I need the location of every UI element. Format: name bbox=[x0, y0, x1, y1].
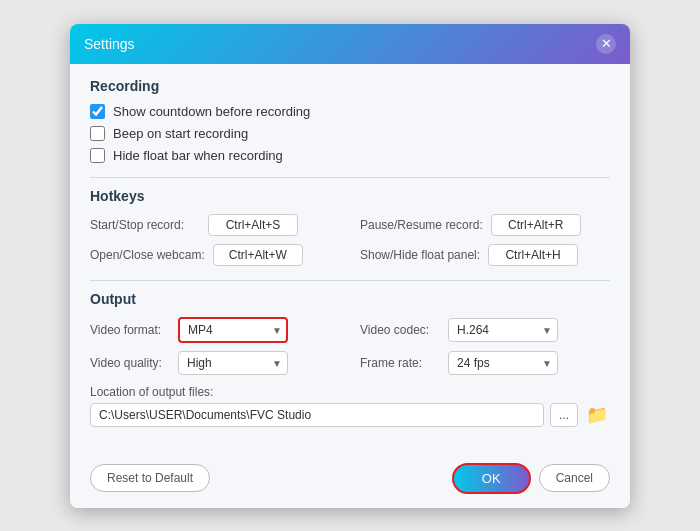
dialog-title: Settings bbox=[84, 36, 135, 52]
location-label: Location of output files: bbox=[90, 385, 610, 399]
ok-button[interactable]: OK bbox=[452, 463, 531, 494]
location-input[interactable] bbox=[90, 403, 544, 427]
title-bar: Settings ✕ bbox=[70, 24, 630, 64]
checkbox-row-3: Hide float bar when recording bbox=[90, 148, 610, 163]
video-quality-label: Video quality: bbox=[90, 356, 170, 370]
settings-content: Recording Show countdown before recordin… bbox=[70, 64, 630, 453]
reset-to-default-button[interactable]: Reset to Default bbox=[90, 464, 210, 492]
video-codec-row: Video codec: H.264 H.265 ▼ bbox=[360, 317, 610, 343]
recording-section-title: Recording bbox=[90, 78, 610, 94]
divider-2 bbox=[90, 280, 610, 281]
hotkey-row-open-close-webcam: Open/Close webcam: bbox=[90, 244, 340, 266]
video-codec-wrapper: H.264 H.265 ▼ bbox=[448, 318, 558, 342]
hotkey-row-show-hide-float: Show/Hide float panel: bbox=[360, 244, 610, 266]
video-quality-wrapper: High Medium Low ▼ bbox=[178, 351, 288, 375]
hide-float-bar-checkbox[interactable] bbox=[90, 148, 105, 163]
beep-on-start-label: Beep on start recording bbox=[113, 126, 248, 141]
location-row: Location of output files: ... 📁 bbox=[90, 385, 610, 427]
start-stop-label: Start/Stop record: bbox=[90, 218, 200, 232]
hotkeys-grid: Start/Stop record: Pause/Resume record: … bbox=[90, 214, 610, 266]
video-quality-select[interactable]: High Medium Low bbox=[178, 351, 288, 375]
frame-rate-row: Frame rate: 24 fps 30 fps 60 fps ▼ bbox=[360, 351, 610, 375]
open-close-webcam-label: Open/Close webcam: bbox=[90, 248, 205, 262]
pause-resume-label: Pause/Resume record: bbox=[360, 218, 483, 232]
dots-button[interactable]: ... bbox=[550, 403, 578, 427]
start-stop-input[interactable] bbox=[208, 214, 298, 236]
hide-float-bar-label: Hide float bar when recording bbox=[113, 148, 283, 163]
video-format-label: Video format: bbox=[90, 323, 170, 337]
hotkey-row-pause-resume: Pause/Resume record: bbox=[360, 214, 610, 236]
video-codec-select[interactable]: H.264 H.265 bbox=[448, 318, 558, 342]
hotkeys-section-title: Hotkeys bbox=[90, 188, 610, 204]
output-section-title: Output bbox=[90, 291, 610, 307]
hotkeys-section: Hotkeys Start/Stop record: Pause/Resume … bbox=[90, 188, 610, 266]
beep-on-start-checkbox[interactable] bbox=[90, 126, 105, 141]
divider-1 bbox=[90, 177, 610, 178]
folder-button[interactable]: 📁 bbox=[584, 404, 610, 426]
footer-right: OK Cancel bbox=[452, 463, 610, 494]
output-section: Output Video format: MP4 AVI MOV WMV ▼ bbox=[90, 291, 610, 427]
show-countdown-checkbox[interactable] bbox=[90, 104, 105, 119]
show-hide-float-label: Show/Hide float panel: bbox=[360, 248, 480, 262]
settings-dialog: Settings ✕ Recording Show countdown befo… bbox=[70, 24, 630, 508]
hotkey-row-start-stop: Start/Stop record: bbox=[90, 214, 340, 236]
output-grid: Video format: MP4 AVI MOV WMV ▼ Video co… bbox=[90, 317, 610, 375]
checkbox-row-1: Show countdown before recording bbox=[90, 104, 610, 119]
location-input-row: ... 📁 bbox=[90, 403, 610, 427]
video-quality-row: Video quality: High Medium Low ▼ bbox=[90, 351, 340, 375]
frame-rate-select[interactable]: 24 fps 30 fps 60 fps bbox=[448, 351, 558, 375]
recording-section: Recording Show countdown before recordin… bbox=[90, 78, 610, 163]
video-format-wrapper: MP4 AVI MOV WMV ▼ bbox=[178, 317, 288, 343]
open-close-webcam-input[interactable] bbox=[213, 244, 303, 266]
show-countdown-label: Show countdown before recording bbox=[113, 104, 310, 119]
frame-rate-label: Frame rate: bbox=[360, 356, 440, 370]
show-hide-float-input[interactable] bbox=[488, 244, 578, 266]
frame-rate-wrapper: 24 fps 30 fps 60 fps ▼ bbox=[448, 351, 558, 375]
cancel-button[interactable]: Cancel bbox=[539, 464, 610, 492]
footer: Reset to Default OK Cancel bbox=[70, 453, 630, 508]
video-format-row: Video format: MP4 AVI MOV WMV ▼ bbox=[90, 317, 340, 343]
checkbox-row-2: Beep on start recording bbox=[90, 126, 610, 141]
pause-resume-input[interactable] bbox=[491, 214, 581, 236]
video-codec-label: Video codec: bbox=[360, 323, 440, 337]
video-format-select[interactable]: MP4 AVI MOV WMV bbox=[178, 317, 288, 343]
close-button[interactable]: ✕ bbox=[596, 34, 616, 54]
